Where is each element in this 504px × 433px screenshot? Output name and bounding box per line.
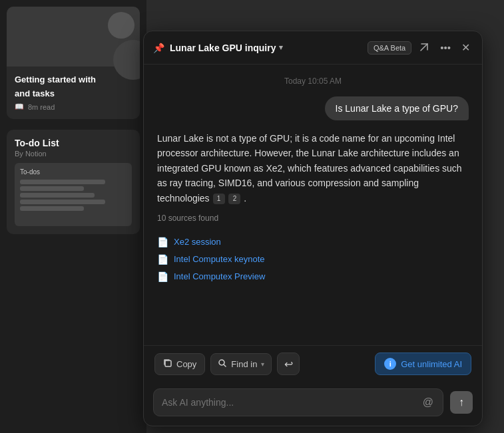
citation-2[interactable]: 2 <box>228 194 240 204</box>
unlimited-icon: i <box>384 358 396 370</box>
panel-content: Today 10:05 AM Is Lunar Lake a type of G… <box>144 65 482 345</box>
source-label-2: Intel Computex keynote <box>174 254 265 264</box>
document-icon-2: 📄 <box>157 254 168 265</box>
ellipsis-icon: ••• <box>440 42 451 53</box>
bg-card-getting-started: Getting started with and tasks 📖 8m read <box>7 7 140 119</box>
input-wrap: @ <box>153 388 443 416</box>
citation-1[interactable]: 1 <box>213 194 225 204</box>
message-timestamp: Today 10:05 AM <box>157 76 469 86</box>
close-icon: ✕ <box>461 41 470 54</box>
send-button[interactable]: ↑ <box>450 391 473 414</box>
action-bar: Copy Find in ▾ ↩ i Get unlimited AI <box>144 345 482 382</box>
bg-card1-meta: 📖 8m read <box>15 102 132 111</box>
chevron-down-icon: ▾ <box>279 43 283 52</box>
sources-list: 📄 Xe2 session 📄 Intel Computex keynote 📄… <box>157 233 469 285</box>
user-message-text: Is Lunar Lake a type of GPU? <box>336 103 458 114</box>
panel-title-button[interactable]: Lunar Lake GPU inquiry ▾ <box>170 43 283 53</box>
bg-card2-preview: To-dos <box>15 163 132 226</box>
qa-beta-badge: Q&A Beta <box>368 41 411 55</box>
pin-icon: 📌 <box>153 43 164 53</box>
svg-rect-0 <box>165 361 171 366</box>
preview-title: To-dos <box>20 168 126 176</box>
book-icon: 📖 <box>15 102 24 111</box>
ai-response-text: Lunar Lake is not a type of GPU; it is a… <box>157 131 469 206</box>
ai-response: Lunar Lake is not a type of GPU; it is a… <box>157 131 469 285</box>
undo-icon: ↩ <box>284 358 293 370</box>
bg-card-todo: To-do List By Notion To-dos <box>7 130 140 234</box>
find-in-chevron-icon: ▾ <box>261 361 264 368</box>
undo-button[interactable]: ↩ <box>277 353 300 375</box>
preview-lines <box>20 180 126 211</box>
source-item-3[interactable]: 📄 Intel Computex Preview <box>157 268 469 285</box>
bg-card2-title: To-do List <box>15 138 132 148</box>
external-link-button[interactable] <box>417 40 432 55</box>
find-in-button[interactable]: Find in ▾ <box>210 353 272 375</box>
close-button[interactable]: ✕ <box>459 39 473 57</box>
unlimited-label: Get unlimited AI <box>401 359 462 369</box>
bg-card1-title2: and tasks <box>15 88 132 98</box>
more-options-button[interactable]: ••• <box>437 39 453 56</box>
source-label-1: Xe2 session <box>174 237 221 247</box>
find-in-label: Find in <box>231 359 257 369</box>
at-mention-button[interactable]: @ <box>421 395 435 410</box>
bg-card2-sub: By Notion <box>15 150 132 158</box>
ask-ai-input[interactable] <box>162 397 421 408</box>
preview-line-1 <box>20 180 105 184</box>
document-icon-1: 📄 <box>157 237 168 247</box>
source-label-3: Intel Computex Preview <box>174 271 265 281</box>
source-item-2[interactable]: 📄 Intel Computex keynote <box>157 251 469 268</box>
sources-count: 10 sources found <box>157 214 469 223</box>
copy-label: Copy <box>176 359 196 369</box>
panel-header: 📌 Lunar Lake GPU inquiry ▾ Q&A Beta ••• … <box>144 31 482 65</box>
user-bubble: Is Lunar Lake a type of GPU? <box>325 96 469 120</box>
preview-line-2 <box>20 186 84 191</box>
at-icon: @ <box>423 396 433 408</box>
user-message-wrap: Is Lunar Lake a type of GPU? <box>157 96 469 120</box>
search-icon <box>218 359 227 370</box>
input-bar: @ ↑ <box>144 382 482 426</box>
source-item-1[interactable]: 📄 Xe2 session <box>157 233 469 251</box>
copy-icon <box>163 359 172 370</box>
bg-card1-title: Getting started with <box>15 74 132 84</box>
preview-line-4 <box>20 200 105 204</box>
preview-line-5 <box>20 206 84 211</box>
ai-panel: 📌 Lunar Lake GPU inquiry ▾ Q&A Beta ••• … <box>143 31 483 426</box>
preview-line-3 <box>20 193 95 198</box>
document-icon-3: 📄 <box>157 271 168 282</box>
send-icon: ↑ <box>459 396 464 408</box>
panel-title: Lunar Lake GPU inquiry <box>170 43 276 53</box>
unlimited-ai-button[interactable]: i Get unlimited AI <box>375 353 471 375</box>
copy-button[interactable]: Copy <box>154 353 205 375</box>
background-panel: Getting started with and tasks 📖 8m read… <box>0 0 146 433</box>
